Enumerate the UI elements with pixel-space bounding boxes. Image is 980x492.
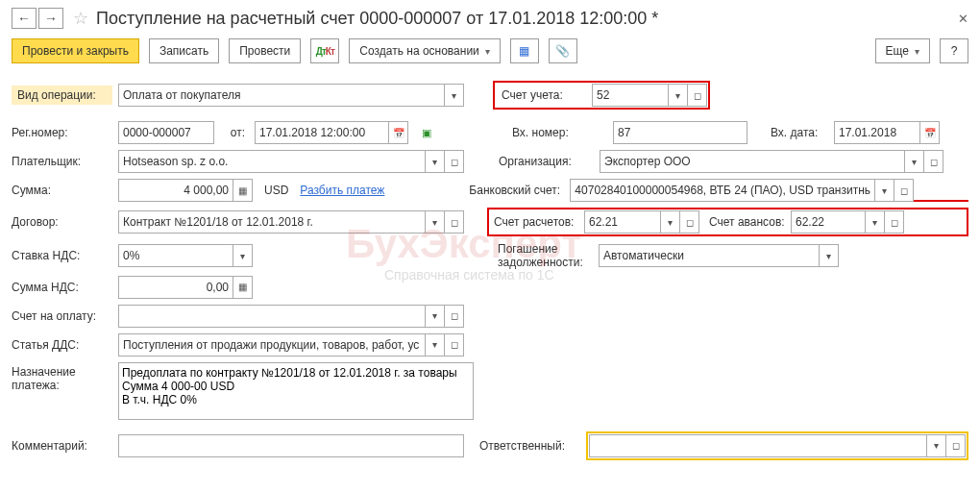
responsible-open[interactable]: ◻ (946, 434, 966, 457)
op-type-label: Вид операции: (12, 86, 112, 105)
purpose-textarea[interactable] (118, 362, 474, 420)
debt-dropdown[interactable]: ▾ (820, 244, 839, 267)
payer-input[interactable] (118, 150, 426, 173)
org-dropdown[interactable]: ▾ (905, 150, 924, 173)
vat-rate-dropdown[interactable]: ▾ (233, 244, 253, 267)
sum-input[interactable] (118, 179, 233, 202)
write-button[interactable]: Записать (149, 38, 219, 63)
debt-label: Погашение задолженности: (492, 242, 593, 270)
dds-input[interactable] (118, 333, 426, 357)
contract-label: Договор: (12, 212, 112, 232)
structure-button[interactable]: ▦ (510, 38, 539, 63)
nav-fwd-button[interactable]: → (38, 8, 63, 29)
responsible-input[interactable] (589, 434, 927, 457)
page-title: Поступление на расчетный счет 0000-00000… (96, 9, 950, 29)
dds-dropdown[interactable]: ▾ (426, 333, 445, 357)
reg-no-label: Рег.номер: (12, 123, 112, 142)
account-input[interactable] (592, 84, 669, 107)
in-date-input[interactable] (834, 121, 920, 144)
acc-avans-dropdown[interactable]: ▾ (866, 210, 885, 234)
from-label: от: (220, 126, 249, 139)
nav-back-button[interactable]: ← (12, 8, 37, 29)
invoice-label: Счет на оплату: (12, 307, 112, 326)
bank-input[interactable] (570, 179, 875, 202)
org-open[interactable]: ◻ (924, 150, 943, 173)
in-no-input[interactable] (613, 121, 747, 144)
invoice-open[interactable]: ◻ (445, 305, 464, 328)
vat-rate-input[interactable] (118, 244, 233, 267)
dds-open[interactable]: ◻ (445, 333, 464, 357)
favorite-icon[interactable]: ☆ (73, 8, 88, 29)
op-type-input[interactable] (118, 84, 445, 107)
in-date-label: Вх. дата: (771, 126, 828, 139)
acc-raschet-open[interactable]: ◻ (680, 210, 699, 234)
bank-dropdown[interactable]: ▾ (875, 179, 894, 202)
responsible-label: Ответственный: (479, 439, 580, 453)
help-button[interactable]: ? (940, 38, 968, 63)
acc-avans-label: Счет авансов: (699, 215, 791, 229)
dtkt-button[interactable]: ДтКт (310, 38, 339, 63)
acc-avans-open[interactable]: ◻ (885, 210, 904, 234)
vat-rate-label: Ставка НДС: (12, 246, 112, 265)
posted-icon: ▣ (416, 121, 437, 144)
create-based-button[interactable]: Создать на основании (349, 38, 501, 63)
org-label: Организация: (493, 155, 594, 168)
comment-input[interactable] (118, 434, 464, 457)
bank-open[interactable]: ◻ (894, 179, 914, 202)
comment-label: Комментарий: (12, 436, 112, 455)
reg-no-input[interactable] (118, 121, 214, 144)
more-button[interactable]: Еще (875, 38, 930, 63)
payer-open[interactable]: ◻ (445, 150, 464, 173)
post-button[interactable]: Провести (229, 38, 301, 63)
post-and-close-button[interactable]: Провести и закрыть (12, 38, 139, 63)
invoice-input[interactable] (118, 305, 426, 328)
acc-raschet-input[interactable] (584, 210, 661, 234)
from-date-picker[interactable]: 📅 (389, 121, 408, 144)
vat-sum-label: Сумма НДС: (12, 278, 112, 297)
payer-label: Плательщик: (12, 152, 112, 171)
acc-raschet-dropdown[interactable]: ▾ (661, 210, 680, 234)
from-date-input[interactable] (255, 121, 389, 144)
account-dropdown[interactable]: ▾ (669, 84, 688, 107)
currency-label: USD (264, 184, 288, 197)
bank-label: Банковский счет: (463, 184, 564, 197)
close-icon[interactable]: ✕ (958, 12, 968, 26)
invoice-dropdown[interactable]: ▾ (426, 305, 445, 328)
responsible-dropdown[interactable]: ▾ (927, 434, 946, 457)
payer-dropdown[interactable]: ▾ (426, 150, 445, 173)
attach-button[interactable]: 📎 (549, 38, 577, 63)
in-date-picker[interactable]: 📅 (920, 121, 940, 144)
org-input[interactable] (600, 150, 905, 173)
purpose-label: Назначение платежа: (12, 362, 112, 395)
acc-avans-input[interactable] (791, 210, 866, 234)
op-type-dropdown[interactable]: ▾ (445, 84, 464, 107)
split-payment-link[interactable]: Разбить платеж (300, 184, 384, 197)
sum-label: Сумма: (12, 181, 112, 200)
sum-calc[interactable]: ▦ (233, 179, 253, 202)
in-no-label: Вх. номер: (506, 126, 607, 139)
contract-open[interactable]: ◻ (445, 210, 464, 234)
vat-sum-input[interactable] (118, 276, 233, 299)
acc-raschet-label: Счет расчетов: (490, 215, 584, 229)
dds-label: Статья ДДС: (12, 335, 112, 355)
contract-input[interactable] (118, 210, 426, 234)
vat-sum-calc[interactable]: ▦ (233, 276, 253, 299)
contract-dropdown[interactable]: ▾ (426, 210, 445, 234)
account-open[interactable]: ◻ (688, 84, 707, 107)
debt-input[interactable] (599, 244, 820, 267)
account-label: Счет учета: (496, 88, 592, 102)
